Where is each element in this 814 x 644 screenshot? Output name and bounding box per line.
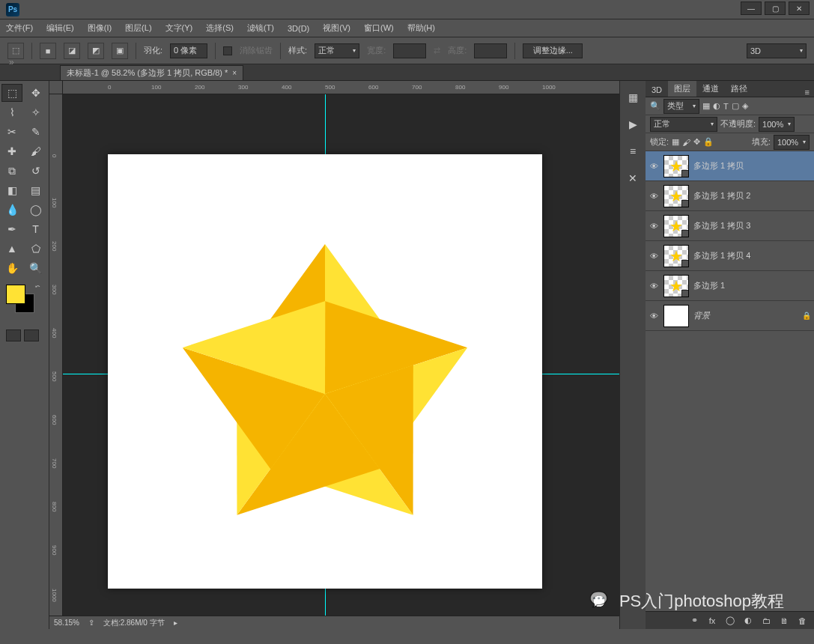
layer-thumbnail[interactable]: ★ bbox=[663, 215, 689, 237]
lock-pixels-icon[interactable]: ▦ bbox=[672, 137, 679, 147]
eraser-tool[interactable]: ◧ bbox=[1, 181, 22, 199]
move-tool[interactable]: ✥ bbox=[25, 84, 46, 102]
refine-edge-button[interactable]: 调整边缘... bbox=[523, 43, 583, 58]
canvas-viewport[interactable] bbox=[63, 94, 619, 616]
layer-name[interactable]: 多边形 1 拷贝 2 bbox=[693, 190, 750, 201]
hand-tool[interactable]: ✋ bbox=[1, 259, 22, 277]
healing-tool[interactable]: ✚ bbox=[1, 142, 22, 160]
opacity-input[interactable]: 100% bbox=[759, 117, 795, 132]
menu-type[interactable]: 文字(Y) bbox=[165, 22, 193, 34]
adjustments-panel-icon[interactable]: ✕ bbox=[624, 169, 642, 187]
blur-tool[interactable]: 💧 bbox=[1, 201, 22, 219]
layer-thumbnail[interactable] bbox=[663, 305, 689, 327]
fill-input[interactable]: 100% bbox=[774, 135, 810, 150]
menu-image[interactable]: 图像(I) bbox=[88, 22, 112, 34]
menu-help[interactable]: 帮助(H) bbox=[407, 22, 435, 34]
new-layer-icon[interactable]: 🗎 bbox=[777, 614, 792, 628]
visibility-toggle-icon[interactable]: 👁 bbox=[649, 222, 659, 231]
layer-thumbnail[interactable]: ★ bbox=[663, 185, 689, 207]
selection-add-icon[interactable]: ◪ bbox=[64, 43, 80, 59]
layer-item[interactable]: 👁★多边形 1 bbox=[646, 271, 814, 301]
link-layers-icon[interactable]: ⚭ bbox=[687, 614, 702, 628]
menu-file[interactable]: 文件(F) bbox=[6, 22, 33, 34]
horizontal-ruler[interactable]: 01002003004005006007008009001000 bbox=[63, 81, 619, 94]
lock-position-icon[interactable]: ✥ bbox=[693, 137, 700, 147]
foreground-color-swatch[interactable] bbox=[6, 285, 25, 304]
workspace-dropdown[interactable]: 3D bbox=[747, 43, 807, 58]
filter-shape-icon[interactable]: ▢ bbox=[732, 101, 739, 111]
delete-layer-icon[interactable]: 🗑 bbox=[795, 614, 810, 628]
menu-filter[interactable]: 滤镜(T) bbox=[247, 22, 274, 34]
quickmask-button[interactable] bbox=[6, 329, 21, 341]
dodge-tool[interactable]: ◯ bbox=[25, 201, 46, 219]
feather-input[interactable] bbox=[170, 43, 207, 58]
play-panel-icon[interactable]: ▶ bbox=[624, 115, 642, 133]
filter-type-dropdown[interactable]: 类型 bbox=[663, 99, 699, 114]
ruler-corner[interactable] bbox=[49, 81, 63, 94]
screenmode-button[interactable] bbox=[24, 329, 39, 341]
info-chevron-icon[interactable]: ▸ bbox=[174, 619, 177, 627]
3d-panel-icon[interactable]: ▦ bbox=[624, 88, 642, 106]
tab-expand-icon[interactable]: » bbox=[9, 57, 14, 67]
menu-edit[interactable]: 编辑(E) bbox=[46, 22, 74, 34]
swap-wh-icon[interactable]: ⇄ bbox=[434, 46, 440, 55]
panel-menu-icon[interactable]: ≡ bbox=[801, 88, 814, 97]
properties-panel-icon[interactable]: ≡ bbox=[624, 142, 642, 160]
layer-item[interactable]: 👁★多边形 1 拷贝 3 bbox=[646, 211, 814, 241]
gradient-tool[interactable]: ▤ bbox=[25, 181, 46, 199]
layer-thumbnail[interactable]: ★ bbox=[663, 275, 689, 297]
blend-mode-dropdown[interactable]: 正常 bbox=[650, 117, 717, 132]
maximize-button[interactable]: ▢ bbox=[765, 1, 786, 15]
layer-name[interactable]: 多边形 1 拷贝 4 bbox=[693, 250, 750, 261]
style-dropdown[interactable]: 正常 bbox=[315, 43, 359, 58]
fx-icon[interactable]: fx bbox=[705, 614, 720, 628]
zoom-tool[interactable]: 🔍 bbox=[25, 259, 46, 277]
filter-text-icon[interactable]: T bbox=[723, 102, 729, 111]
swap-colors-icon[interactable]: ⤺ bbox=[35, 283, 40, 290]
height-input[interactable] bbox=[474, 43, 507, 58]
tab-channels[interactable]: 通道 bbox=[696, 81, 725, 97]
shape-tool[interactable]: ⬠ bbox=[25, 240, 46, 258]
marquee-tool[interactable]: ⬚ bbox=[1, 84, 22, 102]
filter-image-icon[interactable]: ▦ bbox=[702, 101, 710, 111]
layer-thumbnail[interactable]: ★ bbox=[663, 155, 689, 177]
menu-layer[interactable]: 图层(L) bbox=[125, 22, 151, 34]
pen-tool[interactable]: ✒ bbox=[1, 220, 22, 238]
tab-layers[interactable]: 图层 bbox=[668, 81, 696, 97]
menu-select[interactable]: 选择(S) bbox=[206, 22, 234, 34]
brush-tool[interactable]: 🖌 bbox=[25, 142, 46, 160]
layer-item[interactable]: 👁★多边形 1 拷贝 4 bbox=[646, 241, 814, 271]
tab-paths[interactable]: 路径 bbox=[725, 81, 753, 97]
group-icon[interactable]: 🗀 bbox=[759, 614, 774, 628]
visibility-toggle-icon[interactable]: 👁 bbox=[649, 162, 659, 171]
visibility-toggle-icon[interactable]: 👁 bbox=[649, 282, 659, 291]
eyedropper-tool[interactable]: ✎ bbox=[25, 123, 46, 141]
tab-3d[interactable]: 3D bbox=[646, 83, 668, 97]
visibility-toggle-icon[interactable]: 👁 bbox=[649, 252, 659, 261]
selection-new-icon[interactable]: ■ bbox=[40, 43, 56, 59]
zoom-level[interactable]: 58.15% bbox=[54, 619, 79, 627]
width-input[interactable] bbox=[393, 43, 426, 58]
layer-thumbnail[interactable]: ★ bbox=[663, 245, 689, 267]
visibility-toggle-icon[interactable]: 👁 bbox=[649, 192, 659, 201]
clone-tool[interactable]: ⧉ bbox=[1, 162, 22, 180]
search-icon[interactable]: 🔍 bbox=[650, 101, 660, 111]
path-select-tool[interactable]: ▲ bbox=[1, 240, 22, 258]
lock-brush-icon[interactable]: 🖌 bbox=[682, 138, 690, 147]
layer-name[interactable]: 多边形 1 拷贝 bbox=[693, 160, 744, 171]
layer-name[interactable]: 背景 bbox=[693, 310, 710, 321]
document-info[interactable]: 文档:2.86M/0 字节 bbox=[103, 618, 165, 628]
layer-item[interactable]: 👁背景🔒 bbox=[646, 301, 814, 331]
filter-smart-icon[interactable]: ◈ bbox=[742, 101, 748, 111]
filter-adjust-icon[interactable]: ◐ bbox=[713, 101, 720, 111]
layer-name[interactable]: 多边形 1 bbox=[693, 280, 725, 291]
document-tab[interactable]: 未标题-1 @ 58.2% (多边形 1 拷贝, RGB/8) * × bbox=[60, 65, 243, 80]
layer-name[interactable]: 多边形 1 拷贝 3 bbox=[693, 220, 750, 231]
visibility-toggle-icon[interactable]: 👁 bbox=[649, 312, 659, 321]
layer-item[interactable]: 👁★多边形 1 拷贝 bbox=[646, 151, 814, 181]
crop-tool[interactable]: ✂ bbox=[1, 123, 22, 141]
selection-intersect-icon[interactable]: ▣ bbox=[112, 43, 128, 59]
layer-item[interactable]: 👁★多边形 1 拷贝 2 bbox=[646, 181, 814, 211]
vertical-ruler[interactable]: 01002003004005006007008009001000 bbox=[49, 94, 63, 629]
antialias-checkbox[interactable] bbox=[223, 46, 232, 55]
